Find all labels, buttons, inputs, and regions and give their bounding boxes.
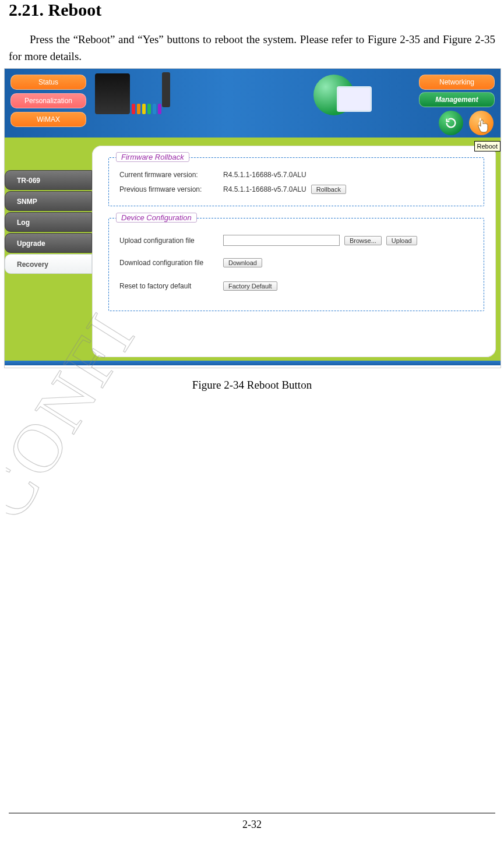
header-left-nav: Status Personalization WiMAX bbox=[10, 75, 86, 131]
content-panel: Firmware Rollback Current firmware versi… bbox=[92, 146, 496, 357]
led-icon bbox=[142, 104, 146, 114]
monitor-image bbox=[337, 86, 372, 112]
upload-config-label: Upload configuration file bbox=[119, 237, 218, 245]
router-leds bbox=[132, 104, 161, 114]
refresh-icon[interactable] bbox=[439, 111, 463, 135]
current-firmware-value: R4.5.1.1-16688-v5.7.0ALU bbox=[223, 171, 306, 179]
nav-networking[interactable]: Networking bbox=[419, 75, 495, 90]
tab-upgrade[interactable]: Upgrade bbox=[5, 233, 92, 253]
antenna-image bbox=[162, 72, 170, 107]
header-right-nav: Networking Management bbox=[419, 75, 495, 110]
led-icon bbox=[158, 104, 161, 114]
body-area: TR-069 SNMP Log Upgrade Recovery Firmwar… bbox=[5, 138, 501, 365]
led-icon bbox=[153, 104, 156, 114]
download-config-label: Download configuration file bbox=[119, 259, 218, 267]
section-paragraph: Press the “Reboot” and “Yes” buttons to … bbox=[9, 31, 495, 68]
led-icon bbox=[132, 104, 135, 114]
browse-button[interactable]: Browse... bbox=[344, 236, 382, 245]
device-config-legend: Device Configuration bbox=[116, 213, 197, 223]
screenshot-figure: Status Personalization WiMAX Networking … bbox=[4, 68, 501, 368]
figure-caption: Figure 2-34 Reboot Button bbox=[9, 368, 495, 402]
tab-log[interactable]: Log bbox=[5, 212, 92, 232]
upload-file-input[interactable] bbox=[223, 235, 340, 246]
tab-tr069[interactable]: TR-069 bbox=[5, 170, 92, 190]
previous-firmware-label: Previous firmware version: bbox=[119, 185, 218, 193]
firmware-rollback-legend: Firmware Rollback bbox=[116, 152, 189, 162]
nav-personalization[interactable]: Personalization bbox=[10, 93, 86, 108]
reboot-icon[interactable] bbox=[469, 111, 494, 135]
tab-snmp[interactable]: SNMP bbox=[5, 191, 92, 211]
previous-firmware-value: R4.5.1.1-16688-v5.7.0ALU bbox=[223, 185, 306, 193]
firmware-rollback-fieldset: Firmware Rollback Current firmware versi… bbox=[108, 157, 484, 206]
footer-rule bbox=[9, 813, 495, 813]
side-tabs: TR-069 SNMP Log Upgrade Recovery bbox=[5, 170, 92, 275]
factory-default-button[interactable]: Factory Default bbox=[223, 281, 277, 291]
led-icon bbox=[137, 104, 140, 114]
header-bar: Status Personalization WiMAX Networking … bbox=[5, 69, 501, 138]
nav-management[interactable]: Management bbox=[419, 92, 495, 107]
nav-wimax[interactable]: WiMAX bbox=[10, 112, 86, 127]
download-button[interactable]: Download bbox=[223, 258, 262, 267]
page-number: 2-32 bbox=[0, 819, 504, 831]
rollback-button[interactable]: Rollback bbox=[311, 185, 346, 194]
tab-recovery[interactable]: Recovery bbox=[5, 254, 92, 274]
reset-factory-label: Reset to factory default bbox=[119, 282, 218, 290]
device-config-fieldset: Device Configuration Upload configuratio… bbox=[108, 218, 484, 311]
current-firmware-label: Current firmware version: bbox=[119, 171, 218, 179]
section-heading: 2.21. Reboot bbox=[9, 0, 495, 31]
reboot-tooltip: Reboot bbox=[474, 141, 501, 151]
header-icon-row bbox=[439, 111, 494, 135]
upload-button[interactable]: Upload bbox=[386, 236, 417, 245]
nav-status[interactable]: Status bbox=[10, 75, 86, 90]
router-image bbox=[95, 73, 130, 114]
led-icon bbox=[147, 104, 151, 114]
